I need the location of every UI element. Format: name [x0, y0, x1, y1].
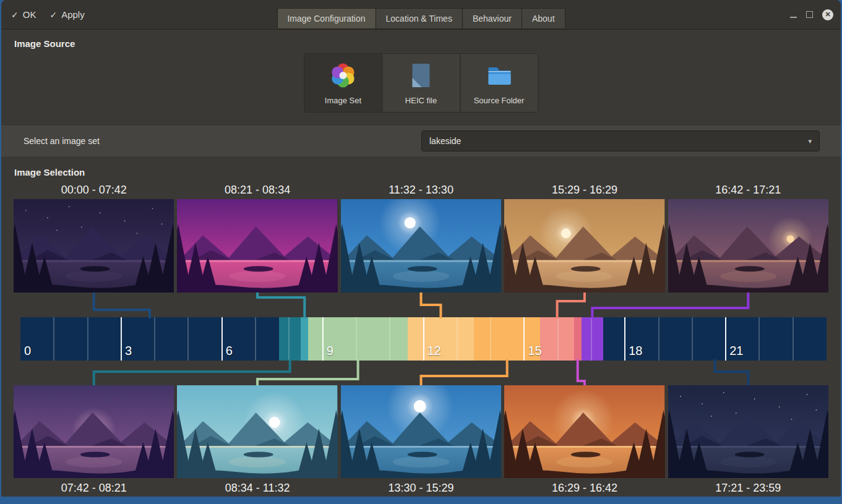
- timeline-segment[interactable]: [574, 317, 582, 361]
- image-selection-header: Image Selection: [14, 167, 85, 177]
- connector-line: [94, 293, 150, 318]
- timeline-segment[interactable]: [279, 317, 301, 361]
- time-range-label: 17:21 - 23:59: [668, 482, 828, 495]
- connector-line: [578, 359, 585, 385]
- source-folder-icon: [484, 61, 514, 90]
- source-folder-button[interactable]: Source Folder: [460, 53, 538, 113]
- hour-tick: [154, 317, 155, 361]
- timeline-segment[interactable]: [582, 317, 603, 361]
- wallpaper-thumbnail[interactable]: [504, 199, 664, 293]
- timeline-bar: 036912151821: [20, 317, 827, 361]
- wallpaper-thumbnail[interactable]: [177, 199, 337, 293]
- connector-line: [715, 359, 748, 385]
- hour-tick: [591, 317, 592, 361]
- ok-button-label: OK: [23, 9, 37, 20]
- apply-button[interactable]: ✓ Apply: [49, 9, 84, 20]
- hour-label: 0: [24, 344, 31, 358]
- image-source-buttons: Image Set HEIC file Source Folder: [304, 53, 538, 113]
- hour-tick: [793, 317, 794, 361]
- hour-tick: [322, 317, 324, 361]
- hour-tick: [658, 317, 659, 361]
- hour-tick: [557, 317, 559, 361]
- chevron-down-icon: ▾: [808, 137, 812, 145]
- image-source-header: Image Source: [14, 38, 75, 49]
- wallpaper-thumbnail[interactable]: [14, 385, 174, 478]
- hour-label: 21: [729, 344, 743, 358]
- timeline-segment[interactable]: [301, 317, 308, 361]
- header-tabs: Image ConfigurationLocation & TimesBehav…: [277, 8, 565, 29]
- time-range-label: 11:32 - 13:30: [341, 184, 501, 197]
- main-content: Image Source Image Set HEIC file Source …: [1, 30, 841, 497]
- top-thumbnails: [14, 199, 828, 293]
- titlebar[interactable]: ✓ OK ✓ Apply Image ConfigurationLocation…: [1, 0, 841, 30]
- hour-tick: [53, 317, 54, 361]
- image-set-row: Select an image set lakeside ▾: [1, 126, 841, 156]
- time-range-label: 13:30 - 15:29: [341, 482, 501, 495]
- wallpaper-thumbnail[interactable]: [341, 199, 501, 293]
- time-range-label: 15:29 - 16:29: [504, 184, 664, 197]
- time-range-label: 07:42 - 08:21: [14, 482, 174, 495]
- wallpaper-thumbnail[interactable]: [14, 199, 174, 293]
- tab-behaviour[interactable]: Behaviour: [462, 8, 522, 29]
- hour-label: 6: [226, 344, 233, 358]
- image-set-icon: [329, 61, 358, 90]
- connector-line: [94, 359, 290, 385]
- minimize-icon[interactable]: [790, 17, 797, 18]
- connector-line: [257, 293, 304, 318]
- wallpaper-thumbnail[interactable]: [177, 385, 337, 478]
- hour-tick: [187, 317, 189, 361]
- connector-line: [557, 293, 585, 318]
- hour-tick: [356, 317, 357, 361]
- image-set-button[interactable]: Image Set: [304, 53, 382, 113]
- time-range-label: 16:42 - 17:21: [668, 184, 828, 197]
- hour-tick: [692, 317, 693, 361]
- apply-button-label: Apply: [61, 9, 85, 20]
- tab-about[interactable]: About: [522, 8, 565, 29]
- bottom-thumbnails: [14, 385, 828, 478]
- hour-label: 9: [327, 344, 333, 358]
- hour-tick: [523, 317, 525, 361]
- titlebar-actions: ✓ OK ✓ Apply: [11, 0, 85, 29]
- connector-line: [592, 293, 748, 318]
- hour-tick: [725, 317, 726, 361]
- wallpaper-thumbnail[interactable]: [341, 385, 501, 478]
- hour-tick: [490, 317, 491, 361]
- ok-button[interactable]: ✓ OK: [11, 9, 36, 20]
- hour-tick: [255, 317, 256, 361]
- time-range-label: 08:34 - 11:32: [177, 482, 337, 495]
- wallpaper-thumbnail[interactable]: [668, 385, 828, 478]
- connector-line: [257, 359, 358, 385]
- hour-label: 3: [125, 344, 132, 358]
- hour-tick: [87, 317, 88, 361]
- hour-tick: [121, 317, 122, 361]
- heic-file-button[interactable]: HEIC file: [382, 53, 460, 113]
- source-button-label: Source Folder: [474, 96, 525, 105]
- time-range-label: 00:00 - 07:42: [14, 184, 174, 197]
- check-icon: ✓: [11, 10, 19, 20]
- top-time-labels: 00:00 - 07:4208:21 - 08:3411:32 - 13:301…: [14, 184, 828, 197]
- hour-tick: [423, 317, 424, 361]
- image-set-dropdown[interactable]: lakeside ▾: [421, 130, 820, 152]
- hour-tick: [221, 317, 223, 361]
- wallpaper-thumbnail[interactable]: [504, 385, 664, 478]
- heic-file-icon: [406, 61, 436, 90]
- app-window: ✓ OK ✓ Apply Image ConfigurationLocation…: [1, 0, 841, 497]
- check-icon: ✓: [49, 10, 57, 20]
- hour-label: 15: [528, 344, 541, 358]
- bottom-time-labels: 07:42 - 08:2108:34 - 11:3213:30 - 15:291…: [14, 482, 828, 495]
- close-icon[interactable]: ✕: [822, 9, 833, 20]
- time-range-label: 16:29 - 16:42: [504, 482, 664, 495]
- image-set-dropdown-value: lakeside: [429, 136, 808, 146]
- hour-tick: [389, 317, 390, 361]
- source-button-label: Image Set: [325, 96, 361, 105]
- tab-location-times[interactable]: Location & Times: [376, 8, 463, 29]
- maximize-icon[interactable]: [806, 11, 813, 18]
- hour-tick: [758, 317, 760, 361]
- timeline-segment[interactable]: [20, 317, 279, 361]
- tab-image-configuration[interactable]: Image Configuration: [277, 8, 376, 29]
- connector-line: [421, 359, 507, 385]
- hour-tick: [457, 317, 458, 361]
- hour-label: 12: [427, 344, 441, 358]
- wallpaper-thumbnail[interactable]: [668, 199, 828, 293]
- hour-tick: [624, 317, 625, 361]
